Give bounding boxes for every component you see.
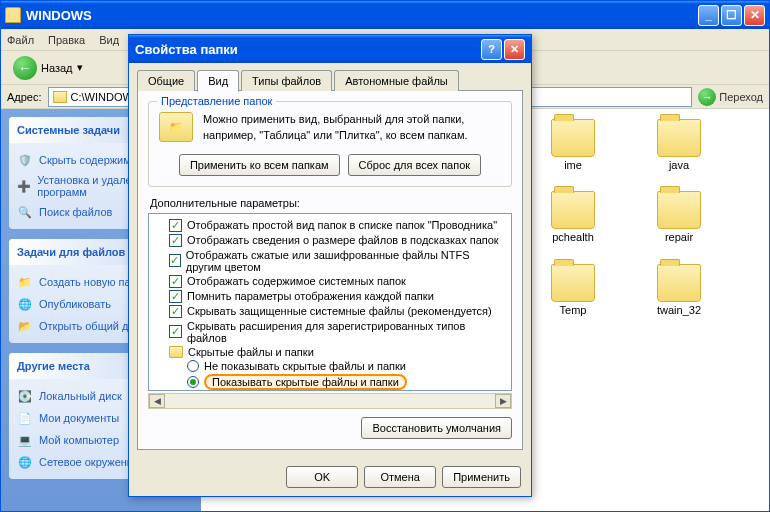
item-icon: ➕ bbox=[17, 178, 31, 194]
tree-label: Не показывать скрытые файлы и папки bbox=[204, 360, 406, 372]
panel-title: Системные задачи bbox=[17, 124, 120, 136]
folder-item[interactable]: ime bbox=[529, 119, 617, 185]
folder-icon bbox=[657, 119, 701, 157]
titlebar[interactable]: WINDOWS _ ☐ ✕ bbox=[1, 1, 769, 29]
folder-icon bbox=[53, 91, 67, 103]
tree-node[interactable]: ✓Отображать простой вид папок в списке п… bbox=[153, 218, 507, 233]
tree-node[interactable]: ✓Отображать сжатые или зашифрованные фай… bbox=[153, 248, 507, 274]
tab-file-types[interactable]: Типы файлов bbox=[241, 70, 332, 91]
item-label: Опубликовать bbox=[39, 298, 111, 310]
item-icon: 💽 bbox=[17, 388, 33, 404]
checkbox-icon[interactable]: ✓ bbox=[169, 325, 182, 338]
item-label: Мой компьютер bbox=[39, 434, 119, 446]
tree-label: Отображать простой вид папок в списке па… bbox=[187, 219, 497, 231]
folder-icon bbox=[169, 346, 183, 358]
folder-label: java bbox=[669, 159, 689, 172]
tree-label: Отображать содержимое системных папок bbox=[187, 275, 406, 287]
checkbox-icon[interactable]: ✓ bbox=[169, 219, 182, 232]
tree-node[interactable]: ✓Отображать содержимое системных папок bbox=[153, 274, 507, 289]
folder-item[interactable]: java bbox=[635, 119, 723, 185]
folder-icon bbox=[657, 264, 701, 302]
horizontal-scrollbar[interactable]: ◀ ▶ bbox=[148, 393, 512, 409]
menu-file[interactable]: Файл bbox=[7, 34, 34, 46]
tree-label: Отображать сжатые или зашифрованные файл… bbox=[186, 249, 507, 273]
apply-all-folders-button[interactable]: Применить ко всем папкам bbox=[179, 154, 340, 176]
tree-node[interactable]: ✓Отображать сведения о размере файлов в … bbox=[153, 233, 507, 248]
dialog-titlebar[interactable]: Свойства папки ? ✕ bbox=[129, 35, 531, 63]
checkbox-icon[interactable]: ✓ bbox=[169, 234, 182, 247]
folder-icon bbox=[551, 264, 595, 302]
folder-label: repair bbox=[665, 231, 693, 244]
advanced-settings-tree[interactable]: ✓Отображать простой вид папок в списке п… bbox=[148, 213, 512, 391]
scroll-track[interactable] bbox=[165, 394, 495, 408]
item-icon: 📄 bbox=[17, 410, 33, 426]
close-button[interactable]: ✕ bbox=[744, 5, 765, 26]
tree-label: Скрывать защищенные системные файлы (рек… bbox=[187, 305, 492, 317]
dialog-title: Свойства папки bbox=[135, 42, 481, 57]
item-icon: 🌐 bbox=[17, 454, 33, 470]
window-title: WINDOWS bbox=[26, 8, 698, 23]
checkbox-icon[interactable]: ✓ bbox=[169, 290, 182, 303]
dialog-close-button[interactable]: ✕ bbox=[504, 39, 525, 60]
minimize-button[interactable]: _ bbox=[698, 5, 719, 26]
folder-label: ime bbox=[564, 159, 582, 172]
folder-icon bbox=[551, 119, 595, 157]
tree-node[interactable]: ✓Помнить параметры отображения каждой па… bbox=[153, 289, 507, 304]
folder-views-group: Представление папок 📁 Можно применить ви… bbox=[148, 101, 512, 187]
scroll-right-icon[interactable]: ▶ bbox=[495, 394, 511, 408]
folder-item[interactable]: pchealth bbox=[529, 191, 617, 257]
radio-icon[interactable] bbox=[187, 376, 199, 388]
go-button[interactable]: → Переход bbox=[698, 88, 763, 106]
tab-offline-files[interactable]: Автономные файлы bbox=[334, 70, 459, 91]
folder-label: Temp bbox=[560, 304, 587, 317]
item-icon: 🛡️ bbox=[17, 152, 33, 168]
tree-node[interactable]: Скрытые файлы и папки bbox=[153, 345, 507, 359]
item-icon: 📁 bbox=[17, 274, 33, 290]
folder-item[interactable]: Temp bbox=[529, 264, 617, 317]
go-arrow-icon: → bbox=[698, 88, 716, 106]
panel-title: Другие места bbox=[17, 360, 90, 372]
folder-item[interactable]: twain_32 bbox=[635, 264, 723, 317]
tree-node[interactable]: Не показывать скрытые файлы и папки bbox=[153, 359, 507, 373]
tab-general[interactable]: Общие bbox=[137, 70, 195, 91]
item-label: Сетевое окружение bbox=[39, 456, 139, 468]
restore-defaults-button[interactable]: Восстановить умолчания bbox=[361, 417, 512, 439]
reset-all-folders-button[interactable]: Сброс для всех папок bbox=[348, 154, 482, 176]
tree-node[interactable]: Показывать скрытые файлы и папки bbox=[153, 373, 507, 391]
tab-view[interactable]: Вид bbox=[197, 70, 239, 92]
item-label: Мои документы bbox=[39, 412, 119, 424]
back-arrow-icon: ← bbox=[13, 56, 37, 80]
menu-view[interactable]: Вид bbox=[99, 34, 119, 46]
group-title: Представление папок bbox=[157, 95, 276, 107]
tab-strip: Общие Вид Типы файлов Автономные файлы bbox=[129, 63, 531, 90]
tab-page-view: Представление папок 📁 Можно применить ви… bbox=[137, 90, 523, 450]
ok-button[interactable]: OK bbox=[286, 466, 358, 488]
radio-icon[interactable] bbox=[187, 360, 199, 372]
back-button[interactable]: ← Назад ▾ bbox=[7, 54, 89, 82]
tree-label: Помнить параметры отображения каждой пап… bbox=[187, 290, 434, 302]
folder-item[interactable]: repair bbox=[635, 191, 723, 257]
apply-button[interactable]: Применить bbox=[442, 466, 521, 488]
tree-label: Скрытые файлы и папки bbox=[188, 346, 314, 358]
checkbox-icon[interactable]: ✓ bbox=[169, 305, 182, 318]
checkbox-icon[interactable]: ✓ bbox=[169, 275, 182, 288]
cancel-button[interactable]: Отмена bbox=[364, 466, 436, 488]
tree-node[interactable]: ✓Скрывать расширения для зарегистрирован… bbox=[153, 319, 507, 345]
checkbox-icon[interactable]: ✓ bbox=[169, 254, 181, 267]
item-label: Локальный диск bbox=[39, 390, 122, 402]
tree-label: Показывать скрытые файлы и папки bbox=[204, 374, 407, 390]
menu-edit[interactable]: Правка bbox=[48, 34, 85, 46]
dialog-footer: OK Отмена Применить bbox=[129, 458, 531, 496]
folder-icon bbox=[551, 191, 595, 229]
address-label: Адрес: bbox=[7, 91, 42, 103]
tree-node[interactable]: ✓Скрывать защищенные системные файлы (ре… bbox=[153, 304, 507, 319]
scroll-left-icon[interactable]: ◀ bbox=[149, 394, 165, 408]
folder-icon bbox=[657, 191, 701, 229]
panel-title: Задачи для файлов bbox=[17, 246, 125, 258]
item-icon: 💻 bbox=[17, 432, 33, 448]
chevron-down-icon: ▾ bbox=[77, 61, 83, 74]
item-label: Поиск файлов bbox=[39, 206, 112, 218]
help-button[interactable]: ? bbox=[481, 39, 502, 60]
item-icon: 🌐 bbox=[17, 296, 33, 312]
maximize-button[interactable]: ☐ bbox=[721, 5, 742, 26]
